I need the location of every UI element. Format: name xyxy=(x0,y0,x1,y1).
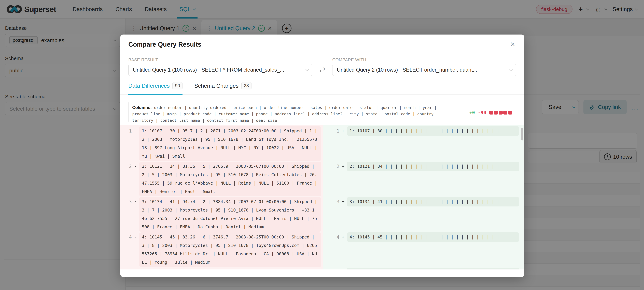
compare-with-select[interactable]: Untitled Query 2 (10 rows) - SELECT orde… xyxy=(332,64,516,76)
diff-tabs: Data Differences90Schema Changes23 xyxy=(128,82,516,95)
added-line-highlight: 4: 10145 | 45 | | | | | | | | | | | | | … xyxy=(347,232,519,242)
removed-block xyxy=(508,111,512,115)
diff-viewer: 1-1: 10107 | 30 | 95.7 | 2 | 2871 | 2003… xyxy=(120,125,524,270)
plus-sign: + xyxy=(339,232,347,242)
removed-block xyxy=(494,111,498,115)
base-result-select[interactable]: Untitled Query 1 (100 rows) - SELECT * F… xyxy=(128,64,312,76)
tab-schema-changes[interactable]: Schema Changes23 xyxy=(194,82,251,95)
diff-right-panel: 1+1: 10107 | 30 | | | | | | | | | | | | … xyxy=(323,125,524,270)
removed-line-highlight: 2: 10121 | 34 | 81.35 | 5 | 2765.9 | 200… xyxy=(139,162,321,196)
tab-label: Schema Changes xyxy=(194,83,238,89)
line-number: 4 xyxy=(123,232,132,242)
removed-line-text: 4: 10145 | 45 | 83.26 | 6 | 3746.7 | 200… xyxy=(142,233,318,267)
added-line-text: 1: 10107 | 30 | | | | | | | | | | | | | … xyxy=(350,127,517,135)
removed-line-text: 2: 10121 | 34 | 81.35 | 5 | 2765.9 | 200… xyxy=(142,162,318,196)
removed-block xyxy=(489,111,493,115)
tab-label: Data Differences xyxy=(128,83,170,89)
chevron-down-icon xyxy=(510,68,512,71)
diff-row-right: 3+3: 10134 | 41 | | | | | | | | | | | | … xyxy=(330,197,524,232)
added-line-text: 3: 10134 | 41 | | | | | | | | | | | | | … xyxy=(350,198,517,206)
line-number: 1 xyxy=(123,126,132,136)
line-number: 3 xyxy=(330,197,339,206)
chevron-down-icon xyxy=(306,68,308,71)
added-line-highlight: 1: 10107 | 30 | | | | | | | | | | | | | … xyxy=(347,126,519,136)
removed-blocks-icon xyxy=(489,111,512,115)
base-result-value: Untitled Query 1 (100 rows) - SELECT * F… xyxy=(133,67,284,73)
diff-row-left: 4-4: 10145 | 45 | 83.26 | 6 | 3746.7 | 2… xyxy=(123,232,321,268)
diff-row-left: 1-1: 10107 | 30 | 95.7 | 2 | 2871 | 2003… xyxy=(123,126,321,162)
sql-lab-page: Superset DashboardsChartsDatasetsSQL fla… xyxy=(0,0,644,290)
removed-line-text: 1: 10107 | 30 | 95.7 | 2 | 2871 | 2003-0… xyxy=(142,127,318,160)
plus-sign: + xyxy=(339,126,347,136)
diff-row-right: 2+2: 10121 | 34 | | | | | | | | | | | | … xyxy=(330,162,524,197)
diff-left-panel: 1-1: 10107 | 30 | 95.7 | 2 | 2871 | 2003… xyxy=(120,125,323,270)
plus-sign: + xyxy=(339,197,347,206)
minus-sign: - xyxy=(132,197,139,206)
line-number: 2 xyxy=(123,162,132,171)
swap-queries-icon[interactable]: ⇄ xyxy=(319,64,325,76)
tab-data-differences[interactable]: Data Differences90 xyxy=(128,82,182,95)
tab-count-badge: 90 xyxy=(172,82,182,89)
added-line-highlight-partial xyxy=(347,268,519,270)
minus-sign: - xyxy=(132,162,139,171)
plus-sign: + xyxy=(339,162,347,171)
removed-block xyxy=(503,111,507,115)
line-number: 2 xyxy=(330,162,339,171)
removed-line-text: 3: 10134 | 41 | 94.74 | 2 | 3884.34 | 20… xyxy=(142,198,318,231)
columns-summary-box: Columns: order_number | quantity_ordered… xyxy=(128,102,516,122)
tab-count-badge: 23 xyxy=(241,82,252,89)
compare-with-label: COMPARE WITH xyxy=(332,57,516,62)
diff-row-left: 3-3: 10134 | 41 | 94.74 | 2 | 3884.34 | … xyxy=(123,197,321,232)
compare-with-value: Untitled Query 2 (10 rows) - SELECT orde… xyxy=(337,67,477,73)
added-count: +0 xyxy=(470,110,475,115)
diff-stat: +0 -90 xyxy=(470,110,512,115)
close-icon[interactable]: × xyxy=(508,39,518,49)
removed-line-highlight: 4: 10145 | 45 | 83.26 | 6 | 3746.7 | 200… xyxy=(139,232,321,267)
added-line-highlight: 2: 10121 | 34 | | | | | | | | | | | | | … xyxy=(347,162,519,171)
minus-sign: - xyxy=(132,232,139,242)
removed-count: -90 xyxy=(478,110,486,115)
columns-label: Columns: xyxy=(132,105,152,110)
line-number: 3 xyxy=(123,197,132,206)
diff-scrollbar-thumb[interactable] xyxy=(521,128,524,141)
diff-row-right: 1+1: 10107 | 30 | | | | | | | | | | | | … xyxy=(330,126,524,162)
added-line-text: 4: 10145 | 45 | | | | | | | | | | | | | … xyxy=(350,233,517,241)
removed-line-highlight: 1: 10107 | 30 | 95.7 | 2 | 2871 | 2003-0… xyxy=(139,126,321,161)
columns-list: Columns: order_number | quantity_ordered… xyxy=(132,104,444,124)
modal-title: Compare Query Results xyxy=(128,34,516,48)
columns-names: order_number | quantity_ordered | price_… xyxy=(132,105,438,123)
line-number: 1 xyxy=(330,126,339,136)
compare-query-results-modal: Compare Query Results × BASE RESULT Unti… xyxy=(120,34,524,277)
line-number: 4 xyxy=(330,232,339,242)
removed-line-highlight: 3: 10134 | 41 | 94.74 | 2 | 3884.34 | 20… xyxy=(139,197,321,232)
minus-sign: - xyxy=(132,126,139,136)
diff-row-left: 2-2: 10121 | 34 | 81.35 | 5 | 2765.9 | 2… xyxy=(123,162,321,197)
base-result-label: BASE RESULT xyxy=(128,57,312,62)
query-pickers-row: BASE RESULT Untitled Query 1 (100 rows) … xyxy=(128,57,516,76)
diff-row-right: 4+4: 10145 | 45 | | | | | | | | | | | | … xyxy=(330,232,524,268)
added-line-highlight: 3: 10134 | 41 | | | | | | | | | | | | | … xyxy=(347,197,519,206)
removed-block xyxy=(498,111,503,115)
added-line-text: 2: 10121 | 34 | | | | | | | | | | | | | … xyxy=(350,162,517,171)
